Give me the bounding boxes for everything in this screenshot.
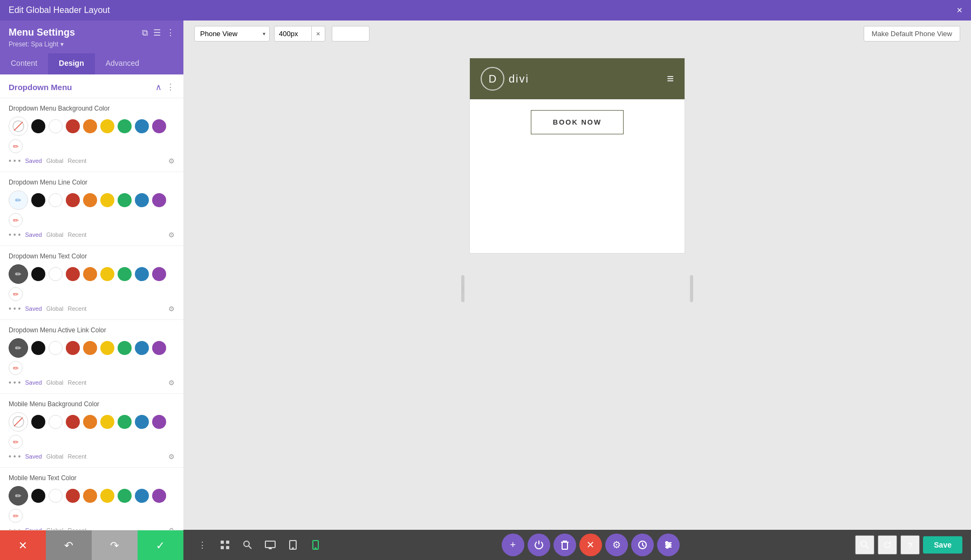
- history-button[interactable]: [631, 534, 654, 556]
- footer-dots-2[interactable]: • • •: [9, 230, 20, 239]
- refresh-button[interactable]: [878, 535, 897, 555]
- add-button[interactable]: +: [502, 534, 524, 556]
- grid-button[interactable]: [215, 535, 235, 555]
- footer-dots-1[interactable]: • • •: [9, 156, 20, 165]
- swatch-blue-6[interactable]: [135, 489, 149, 503]
- swatch-yellow-1[interactable]: [100, 119, 114, 133]
- footer-saved-3[interactable]: Saved: [25, 305, 42, 312]
- footer-global-2[interactable]: Global: [46, 231, 64, 238]
- footer-global-5[interactable]: Global: [46, 453, 64, 460]
- more-icon[interactable]: ⋮: [166, 28, 175, 38]
- swatch-black-6[interactable]: [31, 489, 45, 503]
- more-dots-button[interactable]: ⋮: [192, 535, 213, 555]
- swatch-green-2[interactable]: [118, 193, 132, 207]
- swatch-red-2[interactable]: [66, 193, 80, 207]
- swatch-pencil-6[interactable]: ✏: [9, 509, 23, 523]
- view-select[interactable]: Phone View Tablet View Desktop View: [194, 26, 270, 42]
- swatch-green-3[interactable]: [118, 267, 132, 281]
- resize-handle-left[interactable]: ⋮: [461, 275, 464, 302]
- footer-saved-1[interactable]: Saved: [25, 158, 42, 164]
- confirm-button[interactable]: ✓: [138, 530, 183, 561]
- swatch-orange-4[interactable]: [83, 341, 97, 355]
- close-icon[interactable]: ×: [956, 5, 962, 16]
- swatch-purple-2[interactable]: [152, 193, 166, 207]
- swatch-purple-5[interactable]: [152, 415, 166, 429]
- extra-width-input[interactable]: [332, 26, 370, 42]
- zoom-button[interactable]: [855, 535, 874, 555]
- footer-recent-1[interactable]: Recent: [67, 158, 86, 164]
- footer-saved-4[interactable]: Saved: [25, 379, 42, 386]
- swatch-red-1[interactable]: [66, 119, 80, 133]
- footer-saved-5[interactable]: Saved: [25, 453, 42, 460]
- swatch-pencil-5[interactable]: ✏: [9, 435, 23, 449]
- hamburger-icon[interactable]: ≡: [667, 72, 674, 86]
- swatch-black-1[interactable]: [31, 119, 45, 133]
- color-preview-dropdown-line[interactable]: ✏: [9, 190, 28, 210]
- preset-row[interactable]: Preset: Spa Light ▾: [9, 40, 175, 48]
- swatch-green-6[interactable]: [118, 489, 132, 503]
- swatch-yellow-3[interactable]: [100, 267, 114, 281]
- phone-view-button[interactable]: [305, 535, 326, 555]
- footer-gear-3[interactable]: ⚙: [168, 305, 175, 313]
- swatch-white-2[interactable]: [49, 193, 63, 207]
- footer-gear-1[interactable]: ⚙: [168, 157, 175, 165]
- swatch-orange-1[interactable]: [83, 119, 97, 133]
- swatch-black-3[interactable]: [31, 267, 45, 281]
- swatch-white-4[interactable]: [49, 341, 63, 355]
- width-input[interactable]: [274, 26, 312, 42]
- swatch-orange-2[interactable]: [83, 193, 97, 207]
- swatch-white-6[interactable]: [49, 489, 63, 503]
- swatch-black-5[interactable]: [31, 415, 45, 429]
- swatch-red-6[interactable]: [66, 489, 80, 503]
- swatch-yellow-5[interactable]: [100, 415, 114, 429]
- book-now-button[interactable]: BOOK NOW: [531, 110, 624, 134]
- swatch-orange-5[interactable]: [83, 415, 97, 429]
- swatch-pencil-4[interactable]: ✏: [9, 361, 23, 375]
- swatch-white-3[interactable]: [49, 267, 63, 281]
- swatch-pencil-2[interactable]: ✏: [9, 213, 23, 227]
- footer-dots-4[interactable]: • • •: [9, 378, 20, 387]
- color-preview-dropdown-text[interactable]: ✏: [9, 264, 28, 284]
- swatch-yellow-2[interactable]: [100, 193, 114, 207]
- footer-saved-2[interactable]: Saved: [25, 231, 42, 238]
- make-default-button[interactable]: Make Default Phone View: [864, 26, 960, 42]
- swatch-purple-4[interactable]: [152, 341, 166, 355]
- swatch-blue-3[interactable]: [135, 267, 149, 281]
- color-preview-dropdown-active[interactable]: ✏: [9, 338, 28, 358]
- swatch-red-3[interactable]: [66, 267, 80, 281]
- collapse-icon[interactable]: ∧: [155, 82, 162, 92]
- footer-dots-6[interactable]: • • •: [9, 526, 20, 530]
- swatch-purple-6[interactable]: [152, 489, 166, 503]
- swatch-green-1[interactable]: [118, 119, 132, 133]
- footer-gear-2[interactable]: ⚙: [168, 231, 175, 239]
- swatch-red-4[interactable]: [66, 341, 80, 355]
- close-button[interactable]: ✕: [579, 534, 602, 556]
- swatch-purple-1[interactable]: [152, 119, 166, 133]
- swatch-black-2[interactable]: [31, 193, 45, 207]
- swatch-orange-6[interactable]: [83, 489, 97, 503]
- tab-content[interactable]: Content: [0, 53, 48, 74]
- footer-gear-5[interactable]: ⚙: [168, 453, 175, 461]
- section-dots-icon[interactable]: ⋮: [166, 82, 175, 92]
- duplicate-icon[interactable]: ⧉: [142, 28, 148, 38]
- swatch-green-5[interactable]: [118, 415, 132, 429]
- footer-dots-5[interactable]: • • •: [9, 452, 20, 461]
- swatch-white-5[interactable]: [49, 415, 63, 429]
- swatch-pencil-3[interactable]: ✏: [9, 287, 23, 301]
- swatch-blue-5[interactable]: [135, 415, 149, 429]
- tab-advanced[interactable]: Advanced: [95, 53, 150, 74]
- tablet-view-button[interactable]: [283, 535, 303, 555]
- swatch-black-4[interactable]: [31, 341, 45, 355]
- footer-gear-4[interactable]: ⚙: [168, 379, 175, 387]
- swatch-red-5[interactable]: [66, 415, 80, 429]
- power-button[interactable]: [528, 534, 550, 556]
- save-button[interactable]: Save: [923, 536, 962, 554]
- tab-design[interactable]: Design: [48, 53, 95, 74]
- sliders-button[interactable]: [657, 534, 680, 556]
- footer-dots-3[interactable]: • • •: [9, 304, 20, 313]
- cancel-button[interactable]: ✕: [0, 530, 46, 561]
- swatch-yellow-4[interactable]: [100, 341, 114, 355]
- swatch-yellow-6[interactable]: [100, 489, 114, 503]
- resize-handle-right[interactable]: [690, 275, 693, 302]
- footer-global-4[interactable]: Global: [46, 379, 64, 386]
